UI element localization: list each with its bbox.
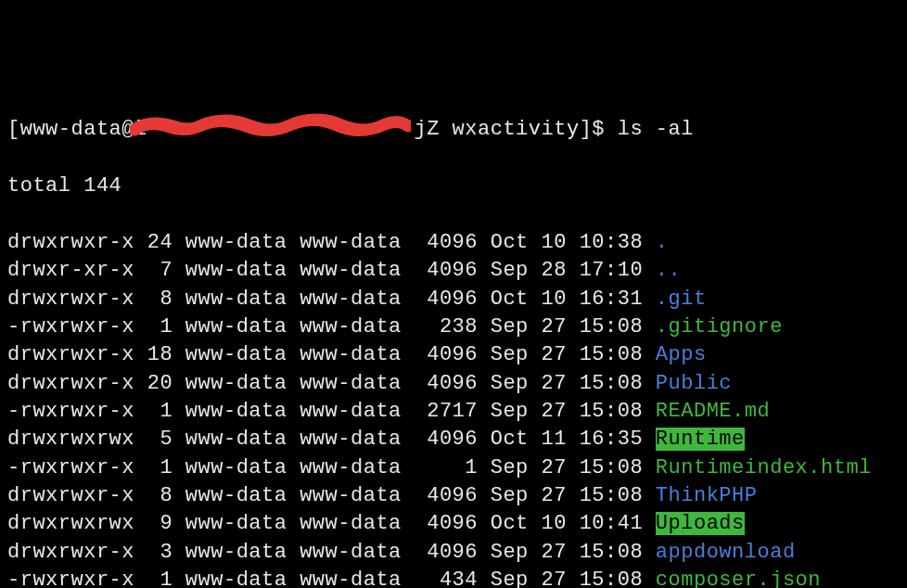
file-row: drwxrwxr-x 24 www-data www-data 4096 Oct… bbox=[7, 229, 900, 257]
file-links: 1 bbox=[147, 569, 172, 588]
file-group: www-data bbox=[300, 484, 402, 507]
file-row: drwxrwxr-x 20 www-data www-data 4096 Sep… bbox=[7, 370, 900, 398]
file-day: 11 bbox=[542, 428, 567, 451]
file-time: 10:41 bbox=[580, 512, 644, 535]
file-name: Public bbox=[656, 372, 732, 395]
prompt-bracket-open: [ bbox=[7, 118, 20, 141]
file-links: 9 bbox=[147, 512, 172, 535]
file-group: www-data bbox=[300, 400, 402, 423]
prompt-at: @ bbox=[121, 118, 134, 141]
file-month: Oct bbox=[491, 288, 529, 311]
file-links: 1 bbox=[147, 400, 172, 423]
file-name: .. bbox=[656, 259, 681, 282]
file-day: 27 bbox=[542, 400, 567, 423]
file-day: 27 bbox=[542, 569, 567, 588]
file-month: Sep bbox=[491, 484, 529, 507]
prompt-user: www-data bbox=[20, 118, 122, 141]
file-row: drwxrwxr-x 8 www-data www-data 4096 Sep … bbox=[7, 482, 900, 510]
file-time: 15:08 bbox=[580, 456, 644, 479]
file-permissions: drwxrwxr-x bbox=[7, 288, 134, 311]
file-month: Sep bbox=[491, 315, 529, 339]
file-size: 1 bbox=[427, 456, 478, 479]
file-time: 15:08 bbox=[580, 315, 644, 339]
file-name: Apps bbox=[656, 343, 707, 366]
file-permissions: drwxrwxrwx bbox=[7, 428, 134, 451]
file-owner: www-data bbox=[185, 400, 287, 423]
file-permissions: drwxrwxr-x bbox=[7, 343, 134, 366]
file-time: 16:31 bbox=[580, 288, 644, 311]
file-permissions: -rwxrwxr-x bbox=[7, 569, 134, 588]
file-permissions: drwxrwxr-x bbox=[7, 231, 134, 254]
file-owner: www-data bbox=[185, 484, 287, 507]
file-time: 15:08 bbox=[580, 372, 644, 395]
file-time: 17:10 bbox=[580, 259, 644, 282]
file-permissions: -rwxrwxr-x bbox=[7, 456, 134, 479]
file-row: drwxr-xr-x 7 www-data www-data 4096 Sep … bbox=[7, 257, 900, 285]
file-size: 434 bbox=[427, 569, 478, 588]
file-row: -rwxrwxr-x 1 www-data www-data 238 Sep 2… bbox=[7, 313, 900, 341]
prompt-bracket-close: ]$ bbox=[580, 118, 605, 141]
file-month: Sep bbox=[491, 372, 529, 395]
file-month: Oct bbox=[491, 428, 529, 451]
file-name: Uploads bbox=[656, 512, 745, 535]
file-name: Runtime bbox=[656, 428, 745, 451]
file-group: www-data bbox=[300, 372, 402, 395]
file-day: 10 bbox=[542, 231, 567, 254]
file-month: Oct bbox=[491, 231, 529, 254]
file-owner: www-data bbox=[185, 259, 287, 282]
file-group: www-data bbox=[300, 343, 402, 366]
file-row: drwxrwxr-x 8 www-data www-data 4096 Oct … bbox=[7, 286, 900, 313]
file-row: -rwxrwxr-x 1 www-data www-data 1 Sep 27 … bbox=[7, 454, 900, 482]
file-group: www-data bbox=[300, 231, 402, 254]
file-size: 4096 bbox=[427, 484, 478, 507]
file-month: Sep bbox=[491, 400, 529, 423]
file-permissions: drwxrwxr-x bbox=[7, 484, 134, 507]
file-day: 27 bbox=[542, 315, 567, 339]
file-links: 3 bbox=[147, 541, 172, 564]
file-owner: www-data bbox=[185, 428, 287, 451]
file-listing: drwxrwxr-x 24 www-data www-data 4096 Oct… bbox=[7, 229, 900, 588]
file-row: drwxrwxr-x 3 www-data www-data 4096 Sep … bbox=[7, 539, 900, 567]
file-group: www-data bbox=[300, 428, 402, 451]
file-size: 4096 bbox=[427, 541, 478, 564]
file-size: 238 bbox=[427, 315, 478, 339]
file-links: 18 bbox=[147, 343, 172, 366]
file-time: 15:08 bbox=[580, 484, 644, 507]
file-owner: www-data bbox=[185, 315, 287, 339]
file-owner: www-data bbox=[185, 343, 287, 366]
file-day: 27 bbox=[542, 456, 567, 479]
file-row: drwxrwxrwx 9 www-data www-data 4096 Oct … bbox=[7, 510, 900, 538]
file-permissions: drwxrwxr-x bbox=[7, 372, 134, 395]
file-size: 4096 bbox=[427, 428, 478, 451]
file-permissions: drwxrwxrwx bbox=[7, 512, 134, 535]
file-links: 20 bbox=[147, 372, 172, 395]
file-group: www-data bbox=[300, 259, 402, 282]
file-name: .git bbox=[656, 288, 707, 311]
file-size: 4096 bbox=[427, 231, 478, 254]
file-month: Sep bbox=[491, 343, 529, 366]
file-links: 24 bbox=[147, 231, 172, 254]
file-group: www-data bbox=[300, 541, 402, 564]
file-row: -rwxrwxr-x 1 www-data www-data 2717 Sep … bbox=[7, 398, 900, 426]
prompt-host: l jZ bbox=[134, 118, 440, 141]
prompt-line[interactable]: [www-data@l jZ wxactivity]$ ls -al bbox=[7, 116, 900, 144]
file-day: 27 bbox=[542, 541, 567, 564]
file-owner: www-data bbox=[185, 569, 287, 588]
total-value: 144 bbox=[83, 174, 121, 198]
file-name: Runtimeindex.html bbox=[656, 456, 872, 479]
file-group: www-data bbox=[300, 512, 402, 535]
file-name: ThinkPHP bbox=[656, 484, 758, 507]
file-links: 8 bbox=[147, 484, 172, 507]
file-owner: www-data bbox=[185, 372, 287, 395]
file-owner: www-data bbox=[185, 541, 287, 564]
file-group: www-data bbox=[300, 315, 402, 339]
file-size: 4096 bbox=[427, 512, 478, 535]
file-time: 10:38 bbox=[580, 231, 644, 254]
total-label: total bbox=[7, 174, 71, 198]
file-owner: www-data bbox=[185, 512, 287, 535]
file-time: 15:08 bbox=[580, 569, 644, 588]
file-group: www-data bbox=[300, 569, 402, 588]
file-name: appdownload bbox=[656, 541, 796, 564]
file-name: .gitignore bbox=[656, 315, 783, 339]
file-group: www-data bbox=[300, 288, 402, 311]
